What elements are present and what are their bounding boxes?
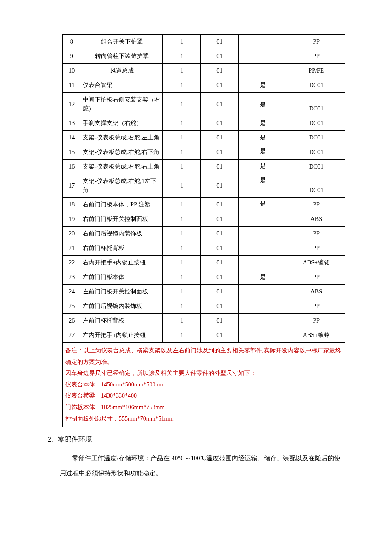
cell-num: 15 [63, 145, 81, 160]
note-line-5: 门饰板本体：1025mm*106mm*758mm [65, 402, 342, 413]
cell-material: DC01 [288, 174, 345, 198]
cell-flag [239, 328, 288, 343]
table-row: 8组合开关下护罩101PP [63, 35, 345, 49]
cell-material: DC01 [288, 145, 345, 160]
cell-material: PP [288, 270, 345, 285]
cell-name: 仪表台管梁 [81, 78, 163, 93]
cell-material: ABS [288, 285, 345, 299]
cell-num: 9 [63, 49, 81, 64]
cell-code: 01 [201, 270, 239, 285]
cell-material: PP [288, 299, 345, 314]
cell-name: 手刹支撑支架（右舵） [81, 116, 163, 131]
cell-num: 27 [63, 328, 81, 343]
cell-qty: 1 [163, 227, 201, 241]
cell-num: 23 [63, 270, 81, 285]
cell-qty: 1 [163, 198, 201, 212]
cell-num: 18 [63, 198, 81, 212]
cell-qty: 1 [163, 241, 201, 256]
cell-flag [239, 212, 288, 227]
cell-name: 左前门门板本体 [81, 270, 163, 285]
cell-name: 右前门后视镜内装饰板 [81, 227, 163, 241]
table-row: 14支架-仪表板总成,右舵,左上角101是DC01 [63, 131, 345, 145]
note-line-2: 因车身边界尺寸已经确定，所以涉及相关主要大件零件的外型尺寸如下： [65, 368, 342, 379]
cell-code: 01 [201, 78, 239, 93]
cell-flag [239, 64, 288, 78]
cell-material: ABS+镀铭 [288, 256, 345, 270]
cell-flag [239, 285, 288, 299]
cell-num: 24 [63, 285, 81, 299]
cell-name: 左前门门板开关控制面板 [81, 285, 163, 299]
section-heading: 2、零部件环境 [48, 435, 345, 444]
table-row: 25左前门后视镜内装饰板101PP [63, 299, 345, 314]
cell-num: 11 [63, 78, 81, 93]
note-row: 备注：以上为仪表台总成、横梁支架以及左右前门涉及到的主要相关零部件,实际开发内容… [63, 343, 345, 427]
cell-qty: 1 [163, 174, 201, 198]
cell-material: DC01 [288, 160, 345, 174]
cell-num: 13 [63, 116, 81, 131]
cell-name: 右前门门板本体，PP 注塑 [81, 198, 163, 212]
cell-num: 10 [63, 64, 81, 78]
table-row: 11仪表台管梁101是DC01 [63, 78, 345, 93]
cell-material: PP/PE [288, 64, 345, 78]
note-line-3: 仪表台本体：1450mm*500mm*500mm [65, 379, 342, 391]
cell-qty: 1 [163, 270, 201, 285]
cell-name: 右前门杯托背板 [81, 241, 163, 256]
cell-name: 中间下护板右侧安装支架（右舵） [81, 93, 163, 116]
table-row: 23左前门门板本体101是PP [63, 270, 345, 285]
cell-flag: 是 [239, 131, 288, 145]
cell-num: 21 [63, 241, 81, 256]
cell-code: 01 [201, 256, 239, 270]
cell-qty: 1 [163, 160, 201, 174]
table-row: 17支架-仪表板总成,右舵,1左下角101是DC01 [63, 174, 345, 198]
cell-qty: 1 [163, 49, 201, 64]
cell-name: 右内开把手+内锁止按钮 [81, 256, 163, 270]
cell-flag [239, 49, 288, 64]
cell-name: 支架-仪表板总成,右舵,1左下角 [81, 174, 163, 198]
cell-code: 01 [201, 93, 239, 116]
cell-name: 右前门门板开关控制面板 [81, 212, 163, 227]
table-row: 9转向管柱下装饰护罩101PP [63, 49, 345, 64]
cell-code: 01 [201, 314, 239, 328]
cell-material: DC01 [288, 78, 345, 93]
cell-num: 22 [63, 256, 81, 270]
cell-flag: 是 [239, 174, 288, 198]
cell-num: 8 [63, 35, 81, 49]
cell-name: 组合开关下护罩 [81, 35, 163, 49]
cell-code: 01 [201, 198, 239, 212]
cell-name: 支架-仪表板总成,右舵,右下角 [81, 145, 163, 160]
cell-num: 17 [63, 174, 81, 198]
table-row: 26左前门杯托背板101PP [63, 314, 345, 328]
table-row: 20右前门后视镜内装饰板101PP [63, 227, 345, 241]
cell-name: 左内开把手+内锁止按钮 [81, 328, 163, 343]
cell-qty: 1 [163, 256, 201, 270]
cell-code: 01 [201, 145, 239, 160]
note-cell: 备注：以上为仪表台总成、横梁支架以及左右前门涉及到的主要相关零部件,实际开发内容… [63, 343, 345, 427]
cell-material: DC01 [288, 93, 345, 116]
cell-qty: 1 [163, 35, 201, 49]
cell-name: 支架-仪表板总成,右舵,左上角 [81, 131, 163, 145]
note-line-4: 仪表台横梁：1430*330*400 [65, 390, 342, 402]
cell-qty: 1 [163, 328, 201, 343]
cell-code: 01 [201, 174, 239, 198]
cell-num: 19 [63, 212, 81, 227]
cell-flag [239, 299, 288, 314]
table-row: 18右前门门板本体，PP 注塑101是PP [63, 198, 345, 212]
cell-name: 左前门杯托背板 [81, 314, 163, 328]
cell-flag: 是 [239, 93, 288, 116]
cell-num: 16 [63, 160, 81, 174]
cell-name: 左前门后视镜内装饰板 [81, 299, 163, 314]
cell-flag [239, 314, 288, 328]
table-row: 15支架-仪表板总成,右舵,右下角101是DC01 [63, 145, 345, 160]
cell-material: PP [288, 35, 345, 49]
cell-material: PP [288, 227, 345, 241]
cell-code: 01 [201, 35, 239, 49]
cell-name: 风道总成 [81, 64, 163, 78]
cell-name: 转向管柱下装饰护罩 [81, 49, 163, 64]
table-row: 12中间下护板右侧安装支架（右舵）101是DC01 [63, 93, 345, 116]
cell-qty: 1 [163, 145, 201, 160]
table-row: 10风道总成101PP/PE [63, 64, 345, 78]
cell-flag [239, 256, 288, 270]
cell-code: 01 [201, 328, 239, 343]
table-row: 27左内开把手+内锁止按钮101ABS+镀铭 [63, 328, 345, 343]
cell-code: 01 [201, 241, 239, 256]
